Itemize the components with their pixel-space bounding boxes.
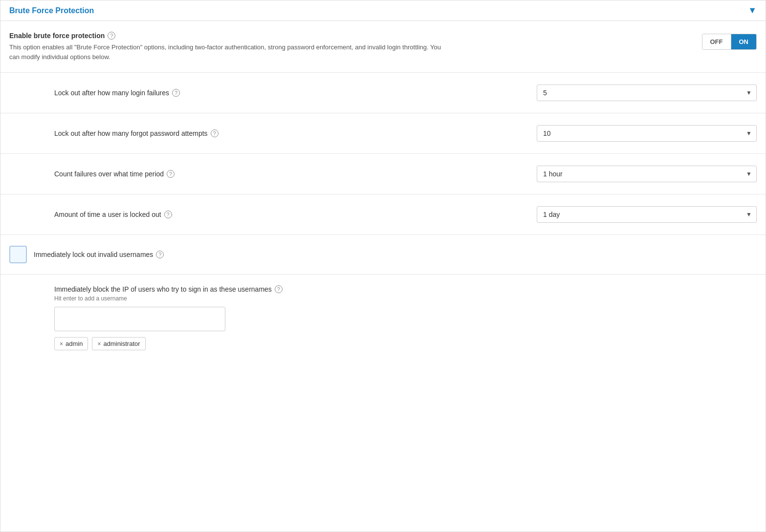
login-failures-select[interactable]: 5 1 2 3 4 10 20 (537, 85, 757, 101)
tag-admin: × admin (54, 337, 88, 350)
collapse-chevron-icon[interactable]: ▼ (748, 5, 757, 16)
brute-force-protection-panel: Brute Force Protection ▼ Enable brute fo… (0, 0, 766, 532)
tag-administrator: × administrator (92, 337, 145, 350)
enable-toggle[interactable]: OFF ON (702, 34, 757, 50)
login-failures-help-icon[interactable]: ? (172, 89, 180, 97)
enable-brute-force-section: Enable brute force protection ? This opt… (0, 21, 766, 73)
block-ip-hint: Hit enter to add a username (54, 295, 757, 302)
time-period-label: Count failures over what time period ? (54, 170, 175, 178)
block-ip-label: Immediately block the IP of users who tr… (54, 285, 757, 293)
forgot-password-label-text: Lock out after how many forgot password … (54, 129, 208, 137)
enable-label-text: Enable brute force protection (9, 32, 105, 40)
panel-header: Brute Force Protection ▼ (0, 0, 766, 21)
login-failures-label-text: Lock out after how many login failures (54, 89, 169, 97)
forgot-password-select[interactable]: 10 1 2 3 5 20 50 (537, 125, 757, 142)
time-period-select[interactable]: 5 minutes 10 minutes 30 minutes 1 hour 4… (537, 166, 757, 182)
toggle-off-button[interactable]: OFF (702, 34, 731, 49)
time-period-row: Count failures over what time period ? 5… (0, 154, 766, 194)
time-period-select-wrapper: 5 minutes 10 minutes 30 minutes 1 hour 4… (537, 166, 757, 182)
enable-help-icon[interactable]: ? (108, 32, 115, 40)
forgot-password-row: Lock out after how many forgot password … (0, 113, 766, 154)
lockout-duration-label: Amount of time a user is locked out ? (54, 211, 172, 218)
toggle-on-button[interactable]: ON (731, 34, 757, 49)
time-period-help-icon[interactable]: ? (167, 170, 175, 178)
invalid-usernames-help-icon[interactable]: ? (156, 251, 164, 258)
block-ip-label-text: Immediately block the IP of users who tr… (54, 285, 272, 293)
tag-administrator-remove-button[interactable]: × (97, 340, 101, 347)
invalid-usernames-row: Immediately lock out invalid usernames ? (0, 235, 766, 275)
tag-administrator-label: administrator (103, 340, 140, 347)
enable-text-block: Enable brute force protection ? This opt… (9, 32, 449, 62)
invalid-usernames-label: Immediately lock out invalid usernames ? (34, 251, 164, 258)
lockout-duration-select-wrapper: 5 minutes 10 minutes 30 minutes 1 hour 4… (537, 206, 757, 223)
lockout-duration-help-icon[interactable]: ? (164, 211, 172, 218)
login-failures-select-wrapper: 5 1 2 3 4 10 20 ▼ (537, 85, 757, 101)
invalid-usernames-checkbox[interactable] (9, 246, 27, 263)
panel-body: Enable brute force protection ? This opt… (0, 21, 766, 361)
lockout-duration-label-text: Amount of time a user is locked out (54, 211, 161, 218)
username-tags-list: × admin × administrator (54, 337, 757, 350)
login-failures-label: Lock out after how many login failures ? (54, 89, 180, 97)
lockout-duration-select[interactable]: 5 minutes 10 minutes 30 minutes 1 hour 4… (537, 206, 757, 223)
forgot-password-help-icon[interactable]: ? (211, 129, 219, 137)
forgot-password-label: Lock out after how many forgot password … (54, 129, 219, 137)
forgot-password-select-wrapper: 10 1 2 3 5 20 50 ▼ (537, 125, 757, 142)
enable-label: Enable brute force protection ? (9, 32, 449, 40)
time-period-label-text: Count failures over what time period (54, 170, 164, 178)
lockout-duration-row: Amount of time a user is locked out ? 5 … (0, 194, 766, 235)
login-failures-row: Lock out after how many login failures ?… (0, 73, 766, 113)
panel-title: Brute Force Protection (9, 6, 94, 15)
tag-admin-remove-button[interactable]: × (60, 340, 63, 347)
invalid-usernames-label-text: Immediately lock out invalid usernames (34, 251, 153, 258)
username-input[interactable] (54, 307, 225, 331)
enable-description: This option enables all "Brute Force Pro… (9, 43, 449, 62)
block-ip-help-icon[interactable]: ? (275, 285, 283, 293)
block-ip-section: Immediately block the IP of users who tr… (0, 275, 766, 361)
tag-admin-label: admin (66, 340, 83, 347)
